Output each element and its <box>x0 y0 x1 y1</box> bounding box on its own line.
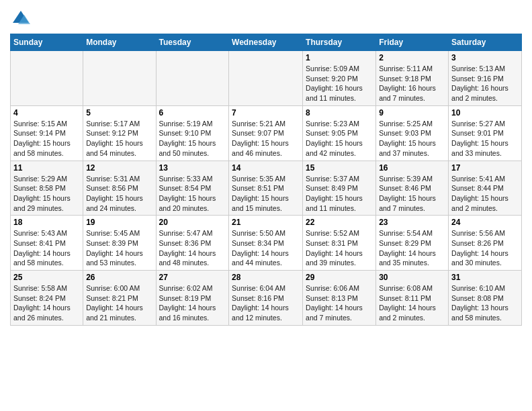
day-info: Sunrise: 5:45 AM Sunset: 8:39 PM Dayligh… <box>86 228 152 268</box>
day-number: 18 <box>13 218 80 227</box>
day-number: 25 <box>13 273 80 282</box>
day-info: Sunrise: 5:39 AM Sunset: 8:46 PM Dayligh… <box>379 174 445 214</box>
day-info: Sunrise: 5:37 AM Sunset: 8:49 PM Dayligh… <box>306 174 373 214</box>
calendar-week-row: 11Sunrise: 5:29 AM Sunset: 8:58 PM Dayli… <box>11 161 522 216</box>
calendar-cell: 5Sunrise: 5:17 AM Sunset: 9:12 PM Daylig… <box>83 105 156 161</box>
day-number: 14 <box>232 163 300 173</box>
calendar-cell: 31Sunrise: 6:10 AM Sunset: 8:08 PM Dayli… <box>449 271 522 326</box>
calendar-cell: 15Sunrise: 5:37 AM Sunset: 8:49 PM Dayli… <box>303 161 376 216</box>
calendar-cell: 19Sunrise: 5:45 AM Sunset: 8:39 PM Dayli… <box>83 216 156 271</box>
day-info: Sunrise: 5:58 AM Sunset: 8:24 PM Dayligh… <box>13 283 80 323</box>
calendar-week-row: 25Sunrise: 5:58 AM Sunset: 8:24 PM Dayli… <box>11 271 522 326</box>
day-info: Sunrise: 5:29 AM Sunset: 8:58 PM Dayligh… <box>13 174 80 214</box>
day-number: 21 <box>232 218 300 227</box>
day-info: Sunrise: 5:52 AM Sunset: 8:31 PM Dayligh… <box>306 228 373 268</box>
day-number: 15 <box>306 163 373 173</box>
calendar-table: SundayMondayTuesdayWednesdayThursdayFrid… <box>10 34 522 326</box>
day-info: Sunrise: 6:06 AM Sunset: 8:13 PM Dayligh… <box>306 283 373 323</box>
calendar-cell <box>156 51 229 106</box>
calendar-col-header: Sunday <box>11 34 83 51</box>
calendar-cell: 27Sunrise: 6:02 AM Sunset: 8:19 PM Dayli… <box>156 271 229 326</box>
calendar-cell: 20Sunrise: 5:47 AM Sunset: 8:36 PM Dayli… <box>156 216 229 271</box>
day-info: Sunrise: 5:21 AM Sunset: 9:07 PM Dayligh… <box>232 119 300 158</box>
calendar-cell: 24Sunrise: 5:56 AM Sunset: 8:26 PM Dayli… <box>449 216 522 271</box>
day-info: Sunrise: 5:33 AM Sunset: 8:54 PM Dayligh… <box>159 174 226 214</box>
calendar-cell: 11Sunrise: 5:29 AM Sunset: 8:58 PM Dayli… <box>11 161 83 216</box>
calendar-col-header: Monday <box>83 34 156 51</box>
calendar-cell: 16Sunrise: 5:39 AM Sunset: 8:46 PM Dayli… <box>376 161 449 216</box>
calendar-cell: 10Sunrise: 5:27 AM Sunset: 9:01 PM Dayli… <box>449 105 522 161</box>
calendar-week-row: 18Sunrise: 5:43 AM Sunset: 8:41 PM Dayli… <box>11 216 522 271</box>
calendar-week-row: 4Sunrise: 5:15 AM Sunset: 9:14 PM Daylig… <box>11 105 522 161</box>
day-info: Sunrise: 5:25 AM Sunset: 9:03 PM Dayligh… <box>379 119 445 158</box>
calendar-cell <box>83 51 156 106</box>
day-info: Sunrise: 5:27 AM Sunset: 9:01 PM Dayligh… <box>451 119 519 158</box>
calendar-cell: 18Sunrise: 5:43 AM Sunset: 8:41 PM Dayli… <box>11 216 83 271</box>
day-number: 11 <box>13 163 80 173</box>
calendar-cell: 9Sunrise: 5:25 AM Sunset: 9:03 PM Daylig… <box>376 105 449 161</box>
day-number: 2 <box>379 53 445 62</box>
logo <box>10 9 30 28</box>
calendar-cell: 28Sunrise: 6:04 AM Sunset: 8:16 PM Dayli… <box>229 271 303 326</box>
day-info: Sunrise: 5:15 AM Sunset: 9:14 PM Dayligh… <box>13 119 80 158</box>
calendar-cell: 7Sunrise: 5:21 AM Sunset: 9:07 PM Daylig… <box>229 105 303 161</box>
calendar-week-row: 1Sunrise: 5:09 AM Sunset: 9:20 PM Daylig… <box>11 51 522 106</box>
calendar-cell: 25Sunrise: 5:58 AM Sunset: 8:24 PM Dayli… <box>11 271 83 326</box>
day-info: Sunrise: 5:54 AM Sunset: 8:29 PM Dayligh… <box>379 228 445 268</box>
day-number: 7 <box>232 108 300 118</box>
calendar-cell: 21Sunrise: 5:50 AM Sunset: 8:34 PM Dayli… <box>229 216 303 271</box>
day-number: 27 <box>159 273 226 282</box>
day-number: 5 <box>86 108 152 118</box>
day-number: 3 <box>451 53 519 62</box>
calendar-cell: 30Sunrise: 6:08 AM Sunset: 8:11 PM Dayli… <box>376 271 449 326</box>
calendar-cell: 22Sunrise: 5:52 AM Sunset: 8:31 PM Dayli… <box>303 216 376 271</box>
day-info: Sunrise: 6:04 AM Sunset: 8:16 PM Dayligh… <box>232 283 300 323</box>
header <box>10 7 522 28</box>
calendar-cell: 29Sunrise: 6:06 AM Sunset: 8:13 PM Dayli… <box>303 271 376 326</box>
day-number: 30 <box>379 273 445 282</box>
day-number: 23 <box>379 218 445 227</box>
calendar-cell: 14Sunrise: 5:35 AM Sunset: 8:51 PM Dayli… <box>229 161 303 216</box>
day-info: Sunrise: 5:41 AM Sunset: 8:44 PM Dayligh… <box>451 174 519 214</box>
logo-icon <box>11 9 30 28</box>
day-number: 8 <box>306 108 373 118</box>
calendar-cell <box>229 51 303 106</box>
day-info: Sunrise: 5:43 AM Sunset: 8:41 PM Dayligh… <box>13 228 80 268</box>
day-number: 26 <box>86 273 152 282</box>
day-info: Sunrise: 5:35 AM Sunset: 8:51 PM Dayligh… <box>232 174 300 214</box>
calendar-cell: 8Sunrise: 5:23 AM Sunset: 9:05 PM Daylig… <box>303 105 376 161</box>
calendar-cell: 12Sunrise: 5:31 AM Sunset: 8:56 PM Dayli… <box>83 161 156 216</box>
calendar-header-row: SundayMondayTuesdayWednesdayThursdayFrid… <box>11 34 522 51</box>
day-info: Sunrise: 5:50 AM Sunset: 8:34 PM Dayligh… <box>232 228 300 268</box>
day-number: 9 <box>379 108 445 118</box>
day-info: Sunrise: 5:09 AM Sunset: 9:20 PM Dayligh… <box>306 64 373 103</box>
day-number: 17 <box>451 163 519 173</box>
day-number: 19 <box>86 218 152 227</box>
day-number: 29 <box>306 273 373 282</box>
day-info: Sunrise: 6:00 AM Sunset: 8:21 PM Dayligh… <box>86 283 152 323</box>
day-number: 1 <box>306 53 373 62</box>
day-info: Sunrise: 5:47 AM Sunset: 8:36 PM Dayligh… <box>159 228 226 268</box>
day-number: 13 <box>159 163 226 173</box>
day-info: Sunrise: 6:10 AM Sunset: 8:08 PM Dayligh… <box>451 283 519 323</box>
day-number: 10 <box>451 108 519 118</box>
day-info: Sunrise: 5:19 AM Sunset: 9:10 PM Dayligh… <box>159 119 226 158</box>
calendar-cell: 26Sunrise: 6:00 AM Sunset: 8:21 PM Dayli… <box>83 271 156 326</box>
day-info: Sunrise: 5:56 AM Sunset: 8:26 PM Dayligh… <box>451 228 519 268</box>
calendar-cell: 4Sunrise: 5:15 AM Sunset: 9:14 PM Daylig… <box>11 105 83 161</box>
calendar-col-header: Wednesday <box>229 34 303 51</box>
day-info: Sunrise: 6:02 AM Sunset: 8:19 PM Dayligh… <box>159 283 226 323</box>
day-number: 28 <box>232 273 300 282</box>
day-number: 16 <box>379 163 445 173</box>
day-info: Sunrise: 5:17 AM Sunset: 9:12 PM Dayligh… <box>86 119 152 158</box>
day-number: 20 <box>159 218 226 227</box>
calendar-cell: 1Sunrise: 5:09 AM Sunset: 9:20 PM Daylig… <box>303 51 376 106</box>
day-info: Sunrise: 5:23 AM Sunset: 9:05 PM Dayligh… <box>306 119 373 158</box>
calendar-cell: 13Sunrise: 5:33 AM Sunset: 8:54 PM Dayli… <box>156 161 229 216</box>
day-info: Sunrise: 5:13 AM Sunset: 9:16 PM Dayligh… <box>451 64 519 103</box>
calendar-col-header: Saturday <box>449 34 522 51</box>
day-info: Sunrise: 6:08 AM Sunset: 8:11 PM Dayligh… <box>379 283 445 323</box>
day-number: 12 <box>86 163 152 173</box>
day-number: 31 <box>451 273 519 282</box>
calendar-cell: 2Sunrise: 5:11 AM Sunset: 9:18 PM Daylig… <box>376 51 449 106</box>
